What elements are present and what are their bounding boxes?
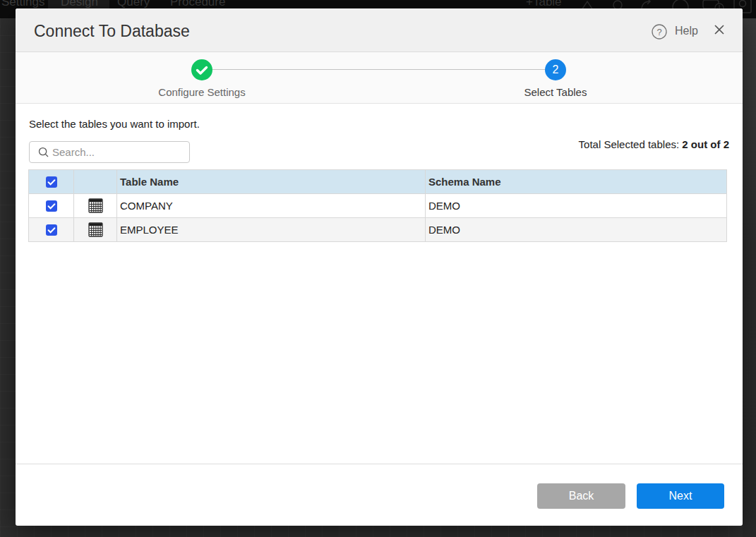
svg-text:?: ?	[656, 27, 661, 37]
